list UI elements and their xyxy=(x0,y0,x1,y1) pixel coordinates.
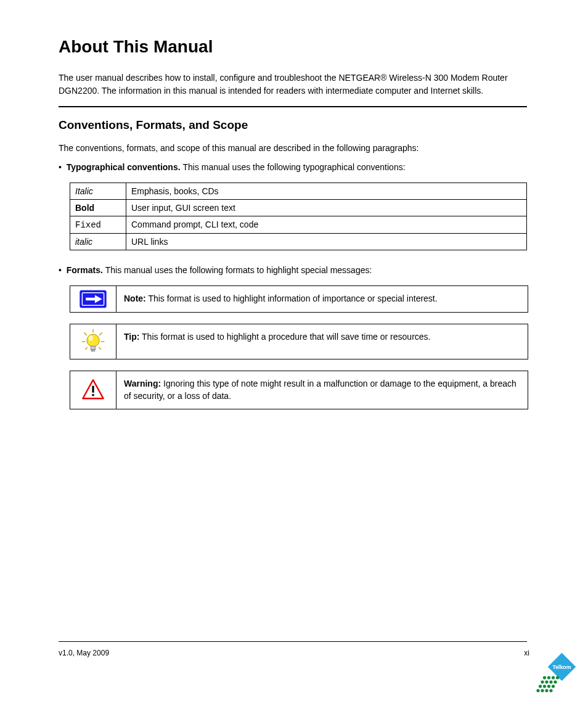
tip-text: Tip: This format is used to highlight a … xyxy=(116,324,528,359)
svg-line-4 xyxy=(84,332,87,335)
note-label: Note: xyxy=(124,293,146,303)
footer-rule xyxy=(59,641,527,642)
svg-rect-15 xyxy=(92,386,94,393)
svg-point-11 xyxy=(89,335,93,341)
svg-point-22 xyxy=(556,676,559,679)
table-row: BoldUser input, GUI screen text xyxy=(70,200,527,216)
typo-bullet: • Typographical conventions. This manual… xyxy=(59,161,527,174)
footer-right: xi xyxy=(524,649,529,657)
section-lead: The conventions, formats, and scope of t… xyxy=(59,142,527,155)
svg-point-23 xyxy=(541,680,544,683)
svg-point-20 xyxy=(547,676,550,679)
table-row: ItalicEmphasis, books, CDs xyxy=(70,183,527,200)
table-row: FixedCommand prompt, CLI text, code xyxy=(70,216,527,234)
table-cell-desc: URL links xyxy=(126,234,527,250)
svg-point-24 xyxy=(545,680,548,683)
svg-text:Telkom: Telkom xyxy=(553,664,571,670)
note-callout: Note: This format is used to highlight i… xyxy=(70,285,528,313)
tip-label: Tip: xyxy=(124,332,139,342)
footer-left: v1.0, May 2009 xyxy=(59,649,109,657)
svg-point-21 xyxy=(552,676,555,679)
tip-callout: Tip: This format is used to highlight a … xyxy=(70,324,528,359)
intro-paragraph: The user manual describes how to install… xyxy=(59,72,527,97)
svg-rect-16 xyxy=(92,394,94,396)
typographical-conventions-table: ItalicEmphasis, books, CDsBoldUser input… xyxy=(70,183,527,250)
table-cell-desc: User input, GUI screen text xyxy=(126,200,527,216)
svg-point-30 xyxy=(552,684,555,688)
svg-point-27 xyxy=(539,684,542,688)
svg-rect-13 xyxy=(91,350,95,351)
svg-point-25 xyxy=(549,680,552,683)
svg-point-28 xyxy=(543,684,546,688)
table-cell-style: Fixed xyxy=(70,216,126,234)
warning-triangle-icon xyxy=(70,371,116,409)
svg-point-32 xyxy=(541,689,544,692)
svg-point-26 xyxy=(553,680,557,683)
formats-bullet: • Formats. This manual uses the followin… xyxy=(59,264,527,277)
warning-label: Warning: xyxy=(124,379,161,388)
table-cell-style: italic xyxy=(70,234,126,250)
svg-point-33 xyxy=(545,689,548,692)
warning-text: Warning: Ignoring this type of note migh… xyxy=(116,371,528,409)
note-arrow-icon xyxy=(70,286,116,312)
table-cell-style: Italic xyxy=(70,183,126,200)
svg-line-9 xyxy=(99,347,101,350)
svg-point-29 xyxy=(547,684,550,688)
section-heading-conventions: Conventions, Formats, and Scope xyxy=(59,118,527,132)
svg-line-8 xyxy=(85,347,88,350)
svg-point-34 xyxy=(549,689,552,692)
warning-body: Ignoring this type of note might result … xyxy=(124,379,517,401)
typo-bullet-label: Typographical conventions. xyxy=(67,162,183,172)
formats-bullet-desc: This manual uses the following formats t… xyxy=(105,265,372,275)
lightbulb-icon xyxy=(70,324,116,359)
svg-point-31 xyxy=(536,689,539,692)
table-cell-style: Bold xyxy=(70,200,126,216)
telkom-logo: Telkom xyxy=(534,652,577,695)
svg-rect-12 xyxy=(91,346,95,350)
warning-callout: Warning: Ignoring this type of note migh… xyxy=(70,371,528,409)
formats-bullet-label: Formats. xyxy=(67,265,105,275)
svg-line-5 xyxy=(99,332,102,335)
table-cell-desc: Command prompt, CLI text, code xyxy=(126,216,527,234)
typo-bullet-desc: This manual uses the following typograph… xyxy=(182,162,405,172)
page-title: About This Manual xyxy=(59,37,527,57)
table-row: italicURL links xyxy=(70,234,527,250)
svg-point-19 xyxy=(543,676,546,679)
note-body: This format is used to highlight informa… xyxy=(148,293,437,303)
horizontal-rule xyxy=(59,106,527,107)
intro-block: The user manual describes how to install… xyxy=(59,72,527,97)
note-text: Note: This format is used to highlight i… xyxy=(116,286,528,312)
svg-point-10 xyxy=(87,334,99,347)
tip-body: This format is used to highlight a proce… xyxy=(142,332,430,342)
table-cell-desc: Emphasis, books, CDs xyxy=(126,183,527,200)
